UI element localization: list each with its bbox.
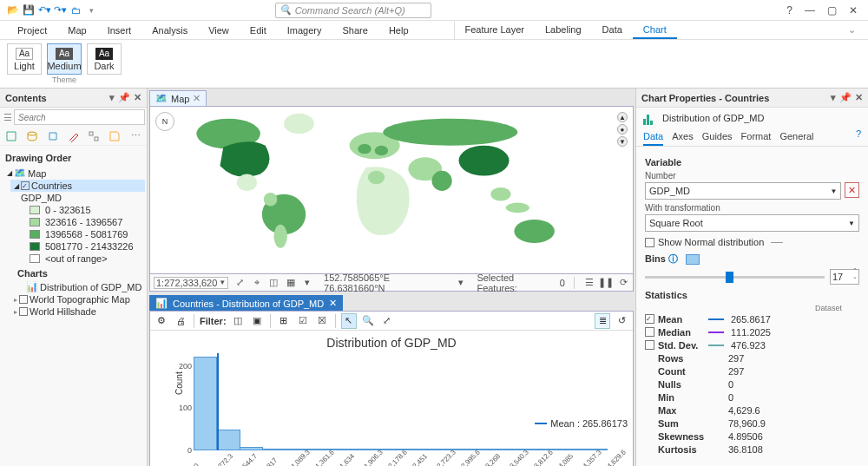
- toc-layer-countries[interactable]: ◢ Countries: [10, 180, 145, 192]
- expand-icon[interactable]: ▸: [14, 296, 17, 304]
- open-icon[interactable]: 📂: [7, 4, 19, 16]
- bin-color-swatch[interactable]: [686, 254, 700, 265]
- bar[interactable]: [561, 449, 584, 450]
- refresh-icon[interactable]: ⟳: [617, 277, 629, 289]
- minimize-icon[interactable]: —: [805, 4, 815, 16]
- bar[interactable]: [240, 447, 263, 450]
- stat-stddev-row[interactable]: Std. Dev.476.923: [645, 338, 859, 351]
- coords-options-icon[interactable]: ▾: [455, 277, 467, 289]
- bar[interactable]: [332, 449, 355, 450]
- toc-basemap-hillshade[interactable]: ▸ World Hillshade: [10, 305, 145, 318]
- map-view[interactable]: N ▲ ● ▼: [149, 106, 634, 274]
- undo-dropdown-icon[interactable]: ↶▾: [38, 4, 50, 16]
- command-search[interactable]: 🔍 Command Search (Alt+Q): [275, 3, 431, 18]
- units-icon[interactable]: ▾: [302, 277, 314, 289]
- bar[interactable]: [354, 449, 378, 450]
- list-by-source-icon[interactable]: [24, 128, 40, 144]
- list-by-selection-icon[interactable]: [45, 128, 61, 144]
- full-extent-icon[interactable]: ⤢: [379, 313, 395, 329]
- export-icon[interactable]: 🖨: [173, 313, 188, 329]
- pane-close-icon[interactable]: ✕: [134, 92, 141, 103]
- toc-basemap-topo[interactable]: ▸ World Topographic Map: [10, 293, 145, 305]
- map-tab[interactable]: 🗺️ Map ✕: [149, 90, 207, 106]
- tab-feature-layer[interactable]: Feature Layer: [455, 22, 535, 39]
- layer-visibility-checkbox[interactable]: [21, 181, 30, 190]
- tab-general[interactable]: General: [779, 128, 813, 146]
- menu-map[interactable]: Map: [57, 23, 96, 38]
- bins-spinner[interactable]: 17: [830, 269, 859, 285]
- menu-share[interactable]: Share: [332, 23, 378, 38]
- toc-chart-item[interactable]: 📊 Distribution of GDP_MD: [23, 280, 145, 293]
- menu-project[interactable]: Project: [7, 23, 57, 38]
- show-normal-checkbox[interactable]: Show Normal distribution: [645, 237, 859, 247]
- catalog-pane-icon[interactable]: ☰: [583, 277, 595, 289]
- stat-median-row[interactable]: Median111.2025: [645, 325, 859, 338]
- pane-options-icon[interactable]: ▾: [831, 92, 836, 103]
- filter-by-selection-icon[interactable]: ▣: [249, 313, 265, 329]
- maximize-icon[interactable]: ▢: [827, 4, 837, 16]
- tab-data[interactable]: Data: [592, 22, 633, 39]
- pane-pin-icon[interactable]: 📌: [839, 92, 852, 103]
- toc-more-icon[interactable]: ⋯: [128, 128, 143, 144]
- zoom-mode-icon[interactable]: 🔍: [360, 313, 376, 329]
- checkbox-icon[interactable]: [645, 340, 654, 350]
- theme-medium-button[interactable]: AaMedium: [47, 43, 82, 75]
- menu-insert[interactable]: Insert: [97, 23, 142, 38]
- select-tool-icon[interactable]: ↖: [341, 313, 357, 329]
- rotate-chart-icon[interactable]: ↺: [614, 313, 629, 329]
- checkbox-icon[interactable]: [645, 314, 654, 324]
- theme-dark-button[interactable]: AaDark: [87, 43, 122, 75]
- redo-dropdown-icon[interactable]: ↷▾: [54, 4, 66, 16]
- expand-icon[interactable]: ◢: [14, 182, 19, 190]
- info-icon[interactable]: ⓘ: [668, 253, 678, 264]
- filter-by-extent-icon[interactable]: ◫: [230, 313, 246, 329]
- bar[interactable]: [194, 357, 217, 450]
- table-icon[interactable]: ⊞: [276, 313, 292, 329]
- tab-data[interactable]: Data: [643, 128, 663, 146]
- qat-customize-icon[interactable]: ▾: [85, 4, 97, 16]
- menu-imagery[interactable]: Imagery: [277, 23, 332, 38]
- bar[interactable]: [492, 449, 516, 450]
- bar[interactable]: [262, 449, 286, 450]
- legend-toggle-icon[interactable]: ≣: [595, 313, 610, 329]
- transform-select[interactable]: Square Root ▼: [645, 214, 859, 232]
- properties-icon[interactable]: ⚙: [154, 313, 169, 329]
- bar[interactable]: [216, 430, 240, 450]
- expand-icon[interactable]: ▸: [14, 308, 17, 316]
- list-by-snapping-icon[interactable]: [86, 128, 102, 144]
- remove-variable-button[interactable]: ✕: [845, 182, 859, 198]
- menu-edit[interactable]: Edit: [240, 23, 277, 38]
- layer-visibility-checkbox[interactable]: [19, 295, 28, 304]
- toc-map-row[interactable]: ◢ 🗺️ Map: [3, 167, 145, 180]
- chart-tab[interactable]: 📊 Countries - Distribution of GDP_MD ✕: [149, 295, 343, 311]
- ribbon-collapse-icon[interactable]: ⌄: [848, 24, 856, 36]
- list-by-editing-icon[interactable]: [66, 128, 82, 144]
- selection-icon[interactable]: ☑: [295, 313, 311, 329]
- menu-help[interactable]: Help: [378, 23, 419, 38]
- stat-mean-row[interactable]: Mean265.8617: [645, 312, 859, 325]
- save-icon[interactable]: 💾: [23, 4, 35, 16]
- checkbox-icon[interactable]: [645, 327, 654, 337]
- tab-chart[interactable]: Chart: [633, 22, 677, 39]
- tab-labeling[interactable]: Labeling: [535, 22, 592, 39]
- expand-icon[interactable]: ◢: [7, 169, 12, 177]
- help-icon[interactable]: ?: [856, 128, 861, 146]
- tab-axes[interactable]: Axes: [672, 128, 693, 146]
- tab-close-icon[interactable]: ✕: [193, 93, 201, 104]
- add-folder-icon[interactable]: 🗀: [69, 4, 82, 16]
- tab-guides[interactable]: Guides: [702, 128, 733, 146]
- tab-close-icon[interactable]: ✕: [329, 298, 337, 309]
- tab-format[interactable]: Format: [741, 128, 772, 146]
- list-by-labeling-icon[interactable]: [107, 128, 122, 144]
- theme-light-button[interactable]: AaLight: [7, 43, 42, 75]
- layer-visibility-checkbox[interactable]: [19, 307, 28, 316]
- bins-slider[interactable]: [645, 276, 825, 279]
- contents-search-input[interactable]: [14, 109, 145, 125]
- toc-filter-icon[interactable]: ☰: [3, 112, 12, 123]
- snap-icon[interactable]: ◫: [267, 277, 279, 289]
- list-by-drawing-order-icon[interactable]: [3, 128, 19, 144]
- grid-icon[interactable]: ▦: [285, 277, 297, 289]
- zoom-extent-icon[interactable]: ⤢: [233, 277, 246, 289]
- help-icon[interactable]: ?: [786, 4, 792, 16]
- scale-combo[interactable]: 1:272,333,620 ▼: [154, 277, 228, 289]
